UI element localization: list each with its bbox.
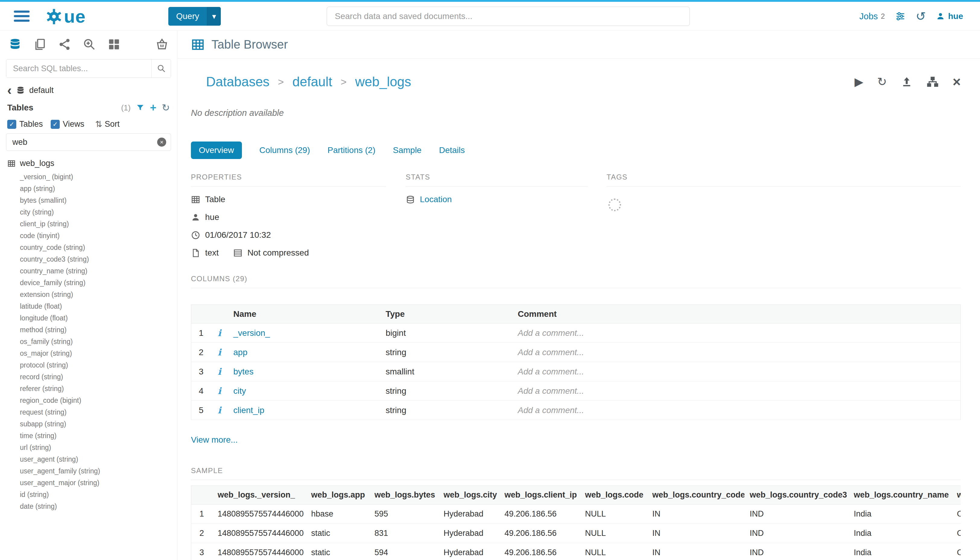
- close-icon[interactable]: ×: [953, 75, 961, 89]
- hue-logo[interactable]: ue: [45, 6, 86, 27]
- views-checkbox[interactable]: ✓ Views: [51, 120, 85, 129]
- sidebar-column-item[interactable]: method (string): [20, 324, 177, 336]
- column-info-icon[interactable]: i: [218, 328, 221, 338]
- sidebar-column-item[interactable]: url (string): [20, 442, 177, 453]
- sidebar-column-item[interactable]: user_agent (string): [20, 453, 177, 465]
- view-more-link[interactable]: View more...: [191, 435, 238, 445]
- back-chevron-icon[interactable]: ‹: [7, 86, 12, 95]
- tab[interactable]: Sample: [393, 142, 421, 159]
- sql-assist-database-icon[interactable]: [8, 38, 22, 51]
- sidebar-column-item[interactable]: region_code (bigint): [20, 395, 177, 407]
- sidebar-column-item[interactable]: longitude (float): [20, 312, 177, 324]
- column-info-icon[interactable]: i: [218, 347, 221, 358]
- sidebar-column-item[interactable]: os_family (string): [20, 336, 177, 348]
- sidebar-column-item[interactable]: date (string): [20, 500, 177, 512]
- table-description[interactable]: No description available: [191, 108, 961, 118]
- sidebar-column-item[interactable]: protocol (string): [20, 359, 177, 371]
- user-menu[interactable]: hue: [936, 12, 963, 21]
- column-name-link[interactable]: _version_: [233, 328, 270, 338]
- hue-logo-text: ue: [64, 6, 86, 27]
- tab[interactable]: Overview: [191, 142, 242, 159]
- sidebar-column-item[interactable]: referer (string): [20, 383, 177, 395]
- sidebar-table-web-logs[interactable]: web_logs: [0, 151, 177, 170]
- tab[interactable]: Columns (29): [260, 142, 310, 159]
- column-comment-placeholder[interactable]: Add a comment...: [512, 382, 961, 401]
- jobs-sliders-icon[interactable]: [895, 11, 905, 22]
- sidebar-column-item[interactable]: id (string): [20, 489, 177, 500]
- sidebar-column-item[interactable]: _version_ (bigint): [20, 171, 177, 183]
- tab[interactable]: Details: [439, 142, 465, 159]
- column-comment-placeholder[interactable]: Add a comment...: [512, 401, 961, 420]
- sidebar-column-item[interactable]: time (string): [20, 430, 177, 442]
- column-row[interactable]: 4 i city string Add a comment...: [191, 382, 961, 401]
- sample-cell: static: [306, 543, 369, 560]
- share-assist-icon[interactable]: [58, 38, 71, 51]
- assist-sidebar: ‹ default Tables (1) + ↻ ✓ Tables: [0, 31, 177, 560]
- sample-row-index: 3: [191, 543, 212, 560]
- column-name-link[interactable]: city: [233, 386, 246, 395]
- breadcrumb-link[interactable]: Databases: [206, 74, 270, 89]
- sidebar-column-item[interactable]: code (tinyint): [20, 230, 177, 242]
- column-info-icon[interactable]: i: [218, 386, 221, 396]
- sidebar-column-item[interactable]: subapp (string): [20, 418, 177, 430]
- column-info-icon[interactable]: i: [218, 405, 221, 415]
- add-table-icon[interactable]: +: [150, 102, 156, 113]
- clear-filter-icon[interactable]: ×: [157, 138, 166, 147]
- column-comment-placeholder[interactable]: Add a comment...: [512, 323, 961, 343]
- history-icon[interactable]: ↺: [916, 10, 926, 22]
- tab[interactable]: Partitions (2): [328, 142, 376, 159]
- jobs-link[interactable]: Jobs 2: [859, 12, 885, 22]
- refresh-table-icon[interactable]: ↻: [877, 76, 887, 88]
- sidebar-column-item[interactable]: client_ip (string): [20, 218, 177, 230]
- column-comment-placeholder[interactable]: Add a comment...: [512, 362, 961, 382]
- sidebar-column-item[interactable]: country_name (string): [20, 265, 177, 277]
- sidebar-column-item[interactable]: country_code (string): [20, 242, 177, 253]
- basket-icon[interactable]: [155, 38, 169, 51]
- sidebar-column-item[interactable]: country_code3 (string): [20, 253, 177, 265]
- apps-grid-icon[interactable]: [107, 38, 121, 51]
- sort-toggle[interactable]: ⇅ Sort: [95, 119, 120, 129]
- search-icon: [157, 64, 166, 73]
- column-name-link[interactable]: client_ip: [233, 405, 265, 415]
- sidebar-column-item[interactable]: latitude (float): [20, 300, 177, 312]
- query-button[interactable]: Query ▾: [168, 7, 221, 26]
- import-upload-icon[interactable]: [901, 76, 913, 88]
- sidebar-column-item[interactable]: user_agent_major (string): [20, 477, 177, 489]
- sidebar-column-item[interactable]: app (string): [20, 183, 177, 195]
- lineage-sitemap-icon[interactable]: [927, 76, 939, 88]
- column-row[interactable]: 1 i _version_ bigint Add a comment...: [191, 323, 961, 343]
- sidebar-column-item[interactable]: record (string): [20, 371, 177, 383]
- sidebar-search-input[interactable]: [6, 60, 151, 78]
- global-search-input[interactable]: [327, 7, 690, 26]
- refresh-tables-icon[interactable]: ↻: [162, 103, 170, 113]
- column-row[interactable]: 2 i app string Add a comment...: [191, 343, 961, 362]
- hue-app: ue Query ▾ Jobs 2 ↺ hue: [0, 0, 980, 560]
- filter-funnel-icon[interactable]: [136, 103, 145, 112]
- column-name-link[interactable]: app: [233, 348, 248, 357]
- sidebar-column-item[interactable]: user_agent_family (string): [20, 465, 177, 477]
- sample-cell: 594: [369, 543, 438, 560]
- column-comment-placeholder[interactable]: Add a comment...: [512, 343, 961, 362]
- query-caret-icon[interactable]: ▾: [207, 7, 221, 26]
- location-link[interactable]: Location: [420, 195, 452, 204]
- sidebar-column-item[interactable]: bytes (smallint): [20, 195, 177, 207]
- sidebar-column-item[interactable]: os_major (string): [20, 348, 177, 359]
- breadcrumb-link[interactable]: web_logs: [355, 74, 411, 89]
- column-info-icon[interactable]: i: [218, 366, 221, 377]
- sidebar-column-item[interactable]: request (string): [20, 407, 177, 418]
- sidebar-search-button[interactable]: [151, 60, 171, 78]
- zoom-assist-icon[interactable]: [83, 38, 96, 51]
- sidebar-column-item[interactable]: extension (string): [20, 289, 177, 300]
- query-table-play-icon[interactable]: ▶: [855, 76, 863, 88]
- current-database-link[interactable]: default: [29, 86, 54, 95]
- sidebar-column-item[interactable]: city (string): [20, 207, 177, 218]
- column-row[interactable]: 3 i bytes smallint Add a comment...: [191, 362, 961, 382]
- documents-assist-icon[interactable]: [33, 38, 47, 51]
- sidebar-column-item[interactable]: device_family (string): [20, 277, 177, 289]
- tables-checkbox[interactable]: ✓ Tables: [7, 120, 43, 129]
- breadcrumb-link[interactable]: default: [292, 74, 332, 89]
- column-row[interactable]: 5 i client_ip string Add a comment...: [191, 401, 961, 420]
- table-filter-input[interactable]: [6, 133, 171, 151]
- hamburger-menu-icon[interactable]: [14, 10, 30, 22]
- column-name-link[interactable]: bytes: [233, 367, 254, 376]
